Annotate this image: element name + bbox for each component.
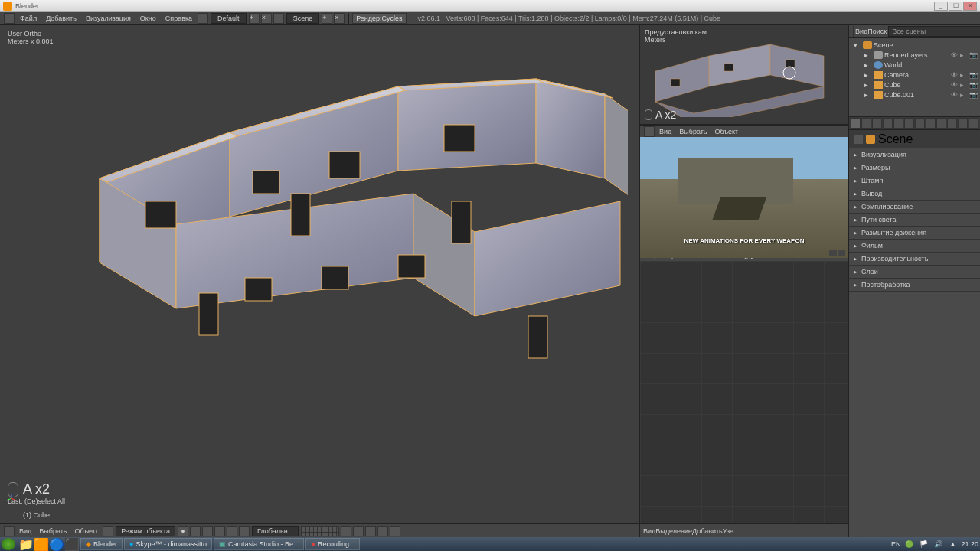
render-preview-icon[interactable]: [390, 526, 400, 536]
scene-add-icon[interactable]: +: [322, 13, 332, 24]
tab-particles-icon[interactable]: [958, 118, 968, 129]
mode-dropdown[interactable]: Режим объекта: [116, 526, 175, 536]
tab-material-icon[interactable]: [936, 118, 946, 129]
tab-modifiers-icon[interactable]: [915, 118, 925, 129]
manipulator-icon[interactable]: [202, 526, 213, 536]
task-camtasia[interactable]: ▣Camtasia Studio - Бе...: [214, 538, 304, 550]
chrome-icon[interactable]: 🔵: [51, 538, 63, 550]
panel-header[interactable]: ▸Производительность: [849, 253, 980, 265]
panel-header[interactable]: ▸Штамп: [849, 174, 980, 187]
mode-icon[interactable]: [103, 526, 113, 536]
mini-viewport[interactable]: Предустановки кам Meters: [640, 25, 848, 125]
snap-type-icon[interactable]: [365, 526, 376, 536]
maximize-button[interactable]: ☐: [949, 2, 962, 11]
tray-app-icon[interactable]: ▲: [948, 540, 957, 549]
menu-window[interactable]: Окно: [136, 15, 161, 22]
tab-constraints-icon[interactable]: [904, 118, 914, 129]
mini-expand-icon[interactable]: [838, 27, 845, 34]
orientation-dropdown[interactable]: Глобальн...: [252, 526, 299, 536]
menu-file[interactable]: Файл: [15, 15, 41, 22]
tab-physics-icon[interactable]: [969, 118, 978, 129]
menu-add[interactable]: Добавить: [41, 15, 81, 22]
tab-scene-icon[interactable]: [872, 118, 882, 129]
vp-menu-object[interactable]: Объект: [71, 527, 103, 535]
panel-header[interactable]: ▸Сэмплирование: [849, 201, 980, 213]
outliner-item[interactable]: ▸World: [851, 60, 978, 70]
snap-icon[interactable]: [353, 526, 364, 536]
uv-grid[interactable]: [640, 261, 848, 523]
tray-clock[interactable]: 21:20: [961, 540, 978, 548]
mini-editor-icon[interactable]: [644, 126, 655, 137]
3d-viewport[interactable]: User Ortho Meters x 0.001: [0, 25, 639, 523]
tray-lang[interactable]: EN: [891, 540, 901, 548]
menu-help[interactable]: Справка: [161, 15, 197, 22]
layout-add-icon[interactable]: +: [249, 13, 260, 24]
tab-render-icon[interactable]: [851, 118, 861, 129]
out-menu-search[interactable]: Поиск: [867, 28, 887, 35]
info-editor-icon[interactable]: [4, 13, 15, 24]
outliner-item[interactable]: ▾Scene: [851, 40, 978, 50]
app-icon[interactable]: ⬛: [66, 538, 78, 550]
minimize-button[interactable]: _: [934, 2, 948, 11]
outliner-editor-icon[interactable]: [853, 26, 854, 37]
translate-gizmo-icon[interactable]: [214, 526, 225, 536]
tab-data-icon[interactable]: [926, 118, 936, 129]
node-menu-select[interactable]: Выделение: [655, 527, 692, 535]
pivot-icon[interactable]: [190, 526, 201, 536]
panel-header[interactable]: ▸Размеры: [849, 161, 980, 174]
explorer-icon[interactable]: 📁: [20, 538, 32, 550]
scene-browse-icon[interactable]: [273, 13, 284, 24]
panel-header[interactable]: ▸Вывод: [849, 187, 980, 200]
node-menu-add[interactable]: Добавить: [692, 527, 723, 535]
tray-volume-icon[interactable]: 🔊: [933, 540, 942, 549]
tray-network-icon[interactable]: 🟢: [904, 540, 913, 549]
menu-render[interactable]: Визуализация: [81, 15, 136, 22]
outliner-filter[interactable]: [888, 26, 980, 37]
mini-menu-obj[interactable]: Объект: [711, 128, 743, 135]
tab-world-icon[interactable]: [883, 118, 893, 129]
lock-camera-icon[interactable]: [341, 526, 351, 536]
shading-solid-icon[interactable]: ●: [178, 526, 188, 536]
render-engine-dropdown[interactable]: Рендер:Cycles: [352, 13, 406, 24]
outliner-item[interactable]: ▸RenderLayers👁▸📷: [851, 50, 978, 60]
layout-del-icon[interactable]: ×: [261, 13, 272, 24]
panel-header[interactable]: ▸Размытие движения: [849, 227, 980, 239]
proportional-icon[interactable]: [377, 526, 388, 536]
scene-dropdown[interactable]: Scene: [286, 13, 320, 24]
layout-prev-icon[interactable]: [198, 13, 208, 24]
mini-menu-sel[interactable]: Выбрать: [675, 128, 710, 135]
close-button[interactable]: ✕: [963, 2, 977, 11]
vp-menu-view[interactable]: Вид: [15, 527, 35, 535]
node-menu-node[interactable]: Узе...: [723, 527, 740, 535]
video-control-icon[interactable]: [829, 250, 837, 256]
node-menu-view[interactable]: Вид: [643, 527, 655, 535]
task-skype[interactable]: ●Skype™ - dimanassitto: [124, 538, 212, 550]
media-icon[interactable]: 🟧: [35, 538, 47, 550]
start-button[interactable]: [2, 538, 15, 550]
tab-layers-icon[interactable]: [861, 118, 871, 129]
panel-header[interactable]: ▸Фильм: [849, 240, 980, 252]
outliner-item[interactable]: ▸Cube.001👁▸📷: [851, 90, 978, 99]
editor-type-icon[interactable]: [4, 526, 15, 536]
outliner-item[interactable]: ▸Cube👁▸📷: [851, 80, 978, 90]
panel-header[interactable]: ▸Слои: [849, 266, 980, 278]
rotate-gizmo-icon[interactable]: [227, 526, 237, 536]
tray-flag-icon[interactable]: 🏳️: [919, 540, 928, 549]
panel-header[interactable]: ▸Визуализация: [849, 148, 980, 161]
out-menu-view[interactable]: Вид: [855, 28, 867, 35]
layers-grid-icon[interactable]: [301, 526, 339, 536]
video-control-icon[interactable]: [838, 250, 845, 256]
scene-del-icon[interactable]: ×: [334, 13, 345, 24]
mini-menu-view[interactable]: Вид: [655, 128, 675, 135]
panel-header[interactable]: ▸Постобработка: [849, 279, 980, 291]
task-blender[interactable]: ◆Blender: [80, 538, 122, 550]
scale-gizmo-icon[interactable]: [239, 526, 250, 536]
panel-header[interactable]: ▸Пути света: [849, 214, 980, 226]
pin-icon[interactable]: [854, 135, 863, 144]
tab-texture-icon[interactable]: [947, 118, 957, 129]
layout-dropdown[interactable]: Default: [211, 13, 247, 24]
task-recording[interactable]: ●Recording...: [305, 538, 360, 550]
tab-object-icon[interactable]: [893, 118, 903, 129]
vp-menu-select[interactable]: Выбрать: [35, 527, 70, 535]
outliner-item[interactable]: ▸Camera👁▸📷: [851, 70, 978, 80]
